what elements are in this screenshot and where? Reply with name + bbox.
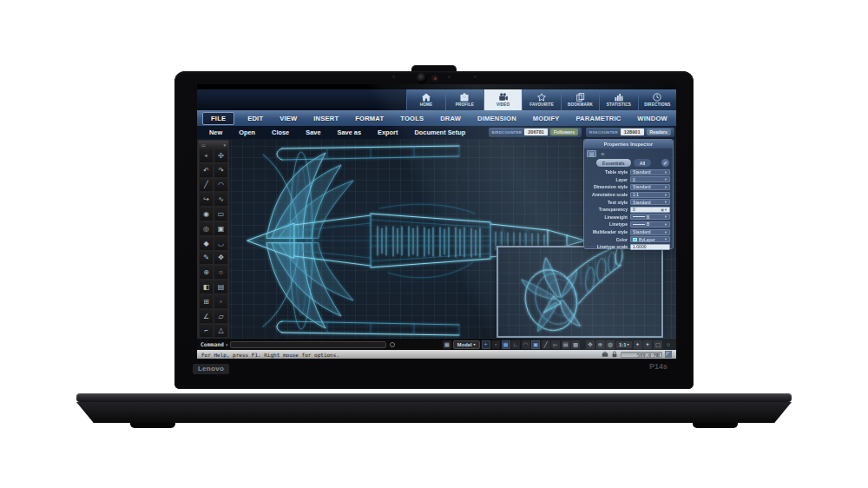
all-pill[interactable]: All xyxy=(634,159,652,167)
panel-title[interactable]: Properties Inspector xyxy=(584,140,673,148)
menu-item[interactable]: INSERT xyxy=(310,113,342,124)
tool-button[interactable]: ◎ xyxy=(199,221,214,236)
draw-mode-icon[interactable]: ∟ xyxy=(511,340,520,349)
menu-item[interactable]: FILE xyxy=(202,112,234,125)
linetype-scale-input[interactable]: 1.0000 xyxy=(630,244,670,250)
draw-mode-icon[interactable]: ▩ xyxy=(571,340,580,349)
tool-button[interactable]: + xyxy=(199,148,214,163)
tab-bookmark[interactable]: BOOKMARK xyxy=(561,89,599,110)
link-tab-icon[interactable]: ∞ xyxy=(598,150,608,157)
file-action-save[interactable]: Save xyxy=(306,129,320,136)
draw-mode-icon[interactable]: + xyxy=(482,340,490,349)
menu-item[interactable]: MODIFY xyxy=(529,113,563,124)
network-status-icon[interactable] xyxy=(665,351,672,358)
tool-button[interactable]: ⌐ xyxy=(199,324,214,339)
menu-item[interactable]: DIMENSION xyxy=(474,113,520,124)
lineweight-select[interactable]: B▼ xyxy=(630,214,670,220)
tool-button[interactable]: ◉ xyxy=(199,207,214,221)
menu-item[interactable]: WINDOW xyxy=(634,113,671,124)
nav-icon[interactable]: ✥ xyxy=(586,340,595,349)
tab-favourite[interactable]: FAVOURITE xyxy=(522,89,560,110)
tool-button[interactable]: ↶ xyxy=(199,163,214,178)
file-action-export[interactable]: Export xyxy=(378,129,398,136)
perspective-viewport[interactable] xyxy=(496,246,663,338)
file-action-new[interactable]: New xyxy=(209,129,222,136)
file-action-save-as[interactable]: Save as xyxy=(338,129,362,136)
layer-select[interactable]: 0▼ xyxy=(630,176,670,182)
model-space-button[interactable]: Model▾ xyxy=(453,340,480,349)
draw-mode-icon[interactable]: ▦ xyxy=(502,340,510,349)
stepper-icon[interactable]: ▣▼ xyxy=(661,208,667,212)
nav-icon[interactable]: ◍ xyxy=(606,340,615,349)
readers-button[interactable]: Readers xyxy=(647,129,671,135)
status-end-icon[interactable]: ○ xyxy=(664,340,673,349)
tool-button[interactable]: ✎ xyxy=(199,251,214,266)
lock-icon[interactable] xyxy=(611,351,618,358)
chevron-down-icon[interactable]: ▾ xyxy=(226,342,228,347)
draw-mode-icon[interactable]: ▻ xyxy=(551,340,560,349)
tool-button[interactable]: ✥ xyxy=(214,251,228,266)
fullscreen-icon[interactable]: ▢ xyxy=(654,340,662,349)
multileader-style-select[interactable]: Standard▼ xyxy=(630,229,670,235)
layout-grid-icon[interactable]: ▦ xyxy=(443,340,451,349)
menu-item[interactable]: PARAMETRIC xyxy=(572,113,624,124)
file-action-close[interactable]: Close xyxy=(272,129,289,136)
draw-mode-icon[interactable]: ╱ xyxy=(542,340,550,349)
tool-button[interactable]: ▫ xyxy=(214,294,228,309)
tool-palette-header[interactable]: ▭ ▾ xyxy=(199,141,228,148)
nav-icon[interactable]: ⊕ xyxy=(596,340,605,349)
draw-mode-icon[interactable]: ▣ xyxy=(531,340,540,349)
command-record-icon[interactable] xyxy=(390,342,395,347)
followers-button[interactable]: Followers xyxy=(550,129,578,135)
annotation-icon[interactable]: ✦ xyxy=(634,340,642,349)
tool-button[interactable]: ╱ xyxy=(199,178,214,193)
tab-video[interactable]: VIDEO xyxy=(483,89,522,110)
essentials-pill[interactable]: Essentials xyxy=(596,159,631,167)
tab-directions[interactable]: DIRECTIONS xyxy=(638,89,676,110)
draw-mode-icon[interactable]: ▫ xyxy=(491,340,500,349)
list-tab-icon[interactable]: ▤ xyxy=(587,150,596,157)
tool-button[interactable]: ∿ xyxy=(214,192,228,207)
file-action-open[interactable]: Open xyxy=(239,129,255,136)
tool-button[interactable]: ∠ xyxy=(199,309,214,324)
tool-button[interactable]: ⊞ xyxy=(199,294,214,309)
transparency-input[interactable]: 0▣▼ xyxy=(630,207,670,213)
annotation-scale-button[interactable]: 1:1▾ xyxy=(616,341,631,348)
annotation-scale-select[interactable]: 1:1▼ xyxy=(630,192,670,198)
tab-home[interactable]: HOME xyxy=(406,89,444,110)
tool-button[interactable]: ↪ xyxy=(199,192,214,207)
tool-button[interactable]: ✣ xyxy=(214,148,228,163)
tool-button[interactable]: ○ xyxy=(214,265,228,280)
text-style-select[interactable]: Standard▼ xyxy=(630,199,670,205)
annotation-icon[interactable]: ✦ xyxy=(643,340,652,349)
dimension-style-select[interactable]: Standard▼ xyxy=(630,184,670,190)
menu-item[interactable]: FORMAT xyxy=(352,113,387,124)
tool-button[interactable]: ▣ xyxy=(214,221,228,236)
tool-button[interactable]: ◠ xyxy=(214,178,228,193)
draw-mode-icon[interactable]: ▤ xyxy=(562,340,570,349)
file-action-document-setup[interactable]: Document Setup xyxy=(414,129,465,136)
color-select[interactable]: ByLayer▼ xyxy=(630,236,670,242)
tool-button[interactable]: △ xyxy=(214,324,228,339)
tool-button[interactable]: ◡ xyxy=(214,236,228,251)
menu-item[interactable]: DRAW xyxy=(437,113,464,124)
pencil-icon[interactable]: ✐ xyxy=(661,159,669,167)
tool-button[interactable]: ▱ xyxy=(214,309,228,324)
table-style-select[interactable]: Standard▼ xyxy=(630,169,670,175)
tool-button[interactable]: ▭ xyxy=(214,207,228,221)
menu-item[interactable]: EDIT xyxy=(244,113,266,124)
linetype-select[interactable]: B▼ xyxy=(630,221,670,228)
tool-button[interactable]: ▤ xyxy=(214,280,228,294)
draw-mode-icon[interactable]: ◠ xyxy=(522,340,530,349)
tool-button[interactable]: ↷ xyxy=(214,163,228,178)
tool-button[interactable]: ⊕ xyxy=(199,265,214,280)
counter-value: 206781 xyxy=(524,129,548,135)
tool-button[interactable]: ◧ xyxy=(199,280,214,294)
menu-item[interactable]: VIEW xyxy=(276,113,300,124)
tab-profile[interactable]: PROFILE xyxy=(445,89,483,110)
tool-button[interactable]: ◆ xyxy=(199,236,214,251)
menu-item[interactable]: TOOLS xyxy=(397,113,427,124)
tab-statistics[interactable]: STATISTICS xyxy=(599,89,637,110)
command-input[interactable] xyxy=(230,341,386,348)
briefcase-icon[interactable] xyxy=(602,351,608,358)
